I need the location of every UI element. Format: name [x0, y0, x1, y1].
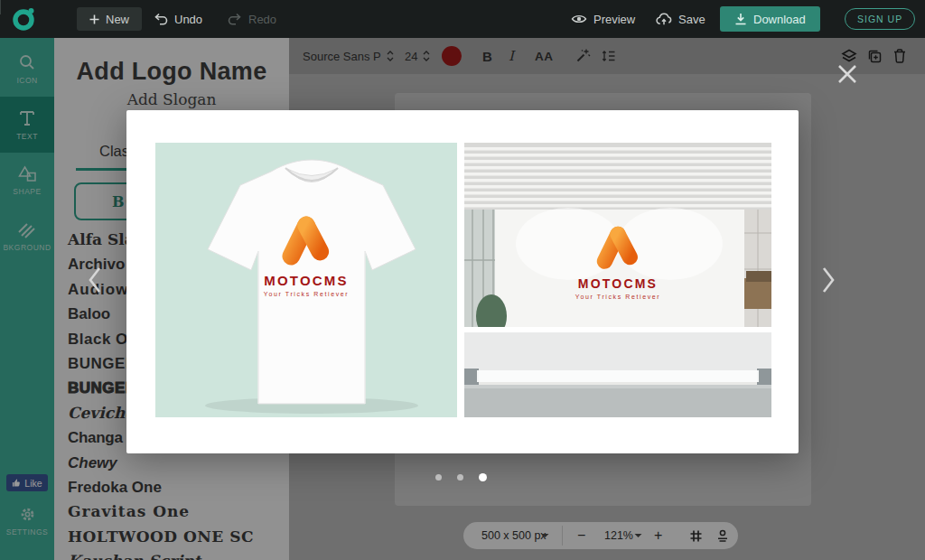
topbar-divider — [0, 0, 1, 14]
save-button-label: Save — [678, 13, 705, 26]
chevron-right-icon — [820, 266, 836, 294]
chevron-left-icon — [87, 266, 103, 294]
carousel-next-button[interactable] — [820, 266, 836, 298]
carousel-dot-active[interactable] — [479, 473, 487, 481]
modal-close-button[interactable] — [836, 63, 860, 87]
tshirt-logo: MOTOCMS Your Tricks Retiever — [229, 210, 383, 297]
new-button[interactable]: New — [77, 7, 142, 31]
signup-button-label: SIGN UP — [857, 14, 902, 24]
redo-button[interactable]: Redo — [228, 0, 276, 38]
plus-icon — [89, 14, 99, 24]
save-button[interactable]: Save — [656, 0, 705, 38]
office-mockup-image: MOTOCMS Your Tricks Retiever — [464, 143, 771, 417]
carousel-prev-button[interactable] — [87, 266, 103, 298]
mockup-preview-modal: MOTOCMS Your Tricks Retiever — [126, 110, 799, 453]
eye-icon — [571, 14, 587, 24]
undo-button-label: Undo — [174, 13, 202, 26]
topbar: New Undo Redo Preview Save — [0, 0, 925, 38]
carousel-dot[interactable] — [435, 474, 442, 481]
tshirt-mockup-image: MOTOCMS Your Tricks Retiever — [155, 143, 457, 417]
mockup-logo-tagline: Your Tricks Retiever — [229, 291, 383, 297]
mockup-logo-name: MOTOCMS — [541, 276, 695, 291]
mockup-logo-name: MOTOCMS — [229, 273, 383, 288]
preview-button[interactable]: Preview — [571, 0, 635, 38]
carousel-dot[interactable] — [457, 474, 463, 481]
new-button-label: New — [106, 13, 129, 26]
cloud-upload-icon — [656, 13, 672, 25]
download-button-label: Download — [753, 13, 806, 26]
mockup-logo-tagline: Your Tricks Retiever — [541, 294, 695, 300]
close-icon — [836, 63, 858, 85]
preview-button-label: Preview — [593, 13, 635, 26]
carousel-dots — [435, 473, 487, 481]
logo-a-mark — [272, 210, 341, 267]
redo-icon — [228, 13, 242, 25]
motocms-logo-icon — [11, 5, 38, 33]
download-button[interactable]: Download — [720, 6, 820, 32]
download-icon — [734, 13, 747, 25]
logo-a-mark — [588, 220, 648, 271]
redo-button-label: Redo — [248, 13, 276, 26]
undo-icon — [154, 13, 168, 25]
signup-button[interactable]: SIGN UP — [845, 8, 915, 30]
app-logo[interactable] — [11, 0, 38, 38]
office-wall-logo: MOTOCMS Your Tricks Retiever — [541, 220, 695, 300]
undo-button[interactable]: Undo — [154, 0, 202, 38]
